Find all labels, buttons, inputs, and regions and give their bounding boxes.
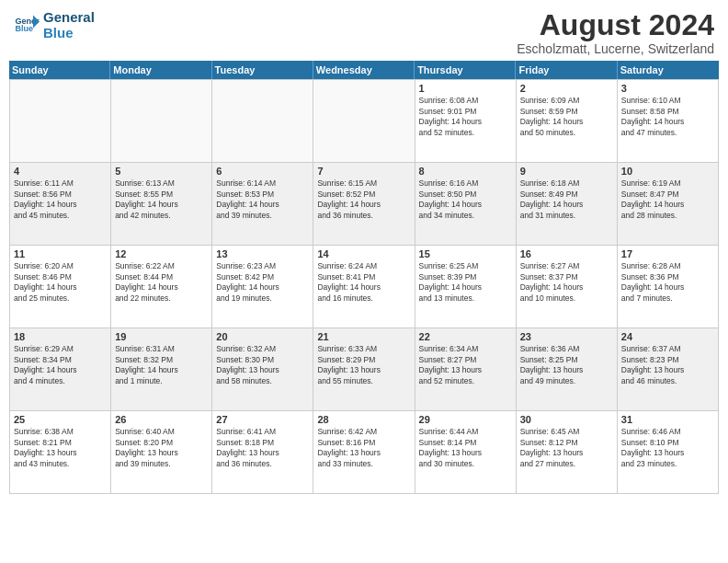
calendar-title: August 2024 — [517, 9, 714, 41]
day-number: 17 — [621, 248, 714, 259]
day-number: 30 — [520, 414, 613, 425]
header-tuesday: Tuesday — [212, 61, 313, 79]
day-info: Sunrise: 6:32 AMSunset: 8:30 PMDaylight:… — [216, 344, 309, 386]
calendar-row-2: 4Sunrise: 6:11 AMSunset: 8:56 PMDaylight… — [10, 163, 719, 246]
header-monday: Monday — [110, 61, 211, 79]
day-number: 4 — [14, 166, 107, 177]
calendar-body: 1Sunrise: 6:08 AMSunset: 9:01 PMDaylight… — [9, 79, 719, 494]
day-info: Sunrise: 6:33 AMSunset: 8:29 PMDaylight:… — [317, 344, 410, 386]
day-info: Sunrise: 6:42 AMSunset: 8:16 PMDaylight:… — [317, 427, 410, 469]
calendar-cell-week2-day3: 7Sunrise: 6:15 AMSunset: 8:52 PMDaylight… — [313, 163, 415, 246]
day-number: 2 — [520, 83, 613, 94]
day-info: Sunrise: 6:09 AMSunset: 8:59 PMDaylight:… — [520, 96, 613, 138]
calendar-cell-week4-day1: 19Sunrise: 6:31 AMSunset: 8:32 PMDayligh… — [111, 328, 212, 411]
page-header: General Blue General Blue August 2024 Es… — [0, 0, 728, 61]
calendar: Sunday Monday Tuesday Wednesday Thursday… — [0, 61, 728, 499]
calendar-cell-week3-day4: 15Sunrise: 6:25 AMSunset: 8:39 PMDayligh… — [415, 246, 517, 328]
day-info: Sunrise: 6:31 AMSunset: 8:32 PMDaylight:… — [115, 344, 208, 386]
calendar-cell-week4-day4: 22Sunrise: 6:34 AMSunset: 8:27 PMDayligh… — [415, 328, 517, 411]
day-number: 22 — [419, 331, 512, 342]
calendar-cell-week3-day3: 14Sunrise: 6:24 AMSunset: 8:41 PMDayligh… — [313, 246, 415, 328]
day-number: 6 — [216, 166, 309, 177]
calendar-cell-week5-day3: 28Sunrise: 6:42 AMSunset: 8:16 PMDayligh… — [313, 411, 415, 494]
calendar-cell-week1-day2 — [212, 80, 313, 163]
day-number: 8 — [419, 166, 512, 177]
calendar-cell-week3-day1: 12Sunrise: 6:22 AMSunset: 8:44 PMDayligh… — [111, 246, 212, 328]
calendar-cell-week4-day2: 20Sunrise: 6:32 AMSunset: 8:30 PMDayligh… — [212, 328, 313, 411]
day-info: Sunrise: 6:25 AMSunset: 8:39 PMDaylight:… — [419, 261, 512, 304]
calendar-subtitle: Escholzmatt, Lucerne, Switzerland — [517, 41, 714, 56]
day-info: Sunrise: 6:13 AMSunset: 8:55 PMDaylight:… — [115, 178, 208, 221]
day-info: Sunrise: 6:40 AMSunset: 8:20 PMDaylight:… — [115, 427, 208, 469]
day-number: 23 — [520, 331, 613, 342]
day-number: 3 — [621, 83, 714, 94]
day-info: Sunrise: 6:44 AMSunset: 8:14 PMDaylight:… — [419, 427, 512, 469]
day-number: 1 — [419, 83, 512, 94]
logo-line1: General — [43, 9, 95, 25]
day-number: 10 — [621, 166, 714, 177]
svg-text:Blue: Blue — [15, 24, 33, 33]
day-info: Sunrise: 6:46 AMSunset: 8:10 PMDaylight:… — [621, 427, 714, 469]
calendar-cell-week1-day1 — [111, 80, 212, 163]
day-number: 26 — [115, 414, 208, 425]
day-info: Sunrise: 6:19 AMSunset: 8:47 PMDaylight:… — [621, 178, 714, 221]
calendar-row-1: 1Sunrise: 6:08 AMSunset: 9:01 PMDaylight… — [10, 80, 719, 163]
calendar-cell-week2-day4: 8Sunrise: 6:16 AMSunset: 8:50 PMDaylight… — [415, 163, 517, 246]
calendar-cell-week4-day3: 21Sunrise: 6:33 AMSunset: 8:29 PMDayligh… — [313, 328, 415, 411]
calendar-cell-week2-day0: 4Sunrise: 6:11 AMSunset: 8:56 PMDaylight… — [10, 163, 111, 246]
calendar-row-5: 25Sunrise: 6:38 AMSunset: 8:21 PMDayligh… — [10, 411, 719, 494]
day-number: 24 — [621, 331, 714, 342]
day-number: 18 — [14, 331, 107, 342]
calendar-cell-week5-day2: 27Sunrise: 6:41 AMSunset: 8:18 PMDayligh… — [212, 411, 313, 494]
header-saturday: Saturday — [618, 61, 719, 79]
day-number: 31 — [621, 414, 714, 425]
day-number: 29 — [419, 414, 512, 425]
day-info: Sunrise: 6:28 AMSunset: 8:36 PMDaylight:… — [621, 261, 714, 304]
day-info: Sunrise: 6:38 AMSunset: 8:21 PMDaylight:… — [14, 427, 107, 469]
day-number: 15 — [419, 248, 512, 259]
day-number: 13 — [216, 248, 309, 259]
day-info: Sunrise: 6:22 AMSunset: 8:44 PMDaylight:… — [115, 261, 208, 304]
calendar-cell-week2-day1: 5Sunrise: 6:13 AMSunset: 8:55 PMDaylight… — [111, 163, 212, 246]
day-info: Sunrise: 6:27 AMSunset: 8:37 PMDaylight:… — [520, 261, 613, 304]
day-info: Sunrise: 6:45 AMSunset: 8:12 PMDaylight:… — [520, 427, 613, 469]
logo-icon: General Blue — [14, 12, 40, 38]
title-area: August 2024 Escholzmatt, Lucerne, Switze… — [517, 9, 714, 56]
day-info: Sunrise: 6:23 AMSunset: 8:42 PMDaylight:… — [216, 261, 309, 304]
day-number: 27 — [216, 414, 309, 425]
calendar-cell-week1-day3 — [313, 80, 415, 163]
day-number: 12 — [115, 248, 208, 259]
calendar-cell-week1-day6: 3Sunrise: 6:10 AMSunset: 8:58 PMDaylight… — [618, 80, 719, 163]
calendar-header: Sunday Monday Tuesday Wednesday Thursday… — [9, 61, 719, 79]
day-number: 14 — [317, 248, 410, 259]
day-info: Sunrise: 6:16 AMSunset: 8:50 PMDaylight:… — [419, 178, 512, 221]
day-info: Sunrise: 6:08 AMSunset: 9:01 PMDaylight:… — [419, 96, 512, 138]
day-info: Sunrise: 6:20 AMSunset: 8:46 PMDaylight:… — [14, 261, 107, 304]
calendar-cell-week5-day4: 29Sunrise: 6:44 AMSunset: 8:14 PMDayligh… — [415, 411, 517, 494]
day-number: 25 — [14, 414, 107, 425]
header-sunday: Sunday — [9, 61, 110, 79]
calendar-cell-week5-day0: 25Sunrise: 6:38 AMSunset: 8:21 PMDayligh… — [10, 411, 111, 494]
header-friday: Friday — [516, 61, 617, 79]
calendar-cell-week5-day6: 31Sunrise: 6:46 AMSunset: 8:10 PMDayligh… — [618, 411, 719, 494]
calendar-row-4: 18Sunrise: 6:29 AMSunset: 8:34 PMDayligh… — [10, 328, 719, 411]
calendar-cell-week3-day6: 17Sunrise: 6:28 AMSunset: 8:36 PMDayligh… — [618, 246, 719, 328]
day-number: 21 — [317, 331, 410, 342]
day-info: Sunrise: 6:10 AMSunset: 8:58 PMDaylight:… — [621, 96, 714, 138]
calendar-cell-week4-day5: 23Sunrise: 6:36 AMSunset: 8:25 PMDayligh… — [517, 328, 618, 411]
day-info: Sunrise: 6:34 AMSunset: 8:27 PMDaylight:… — [419, 344, 512, 386]
day-number: 7 — [317, 166, 410, 177]
calendar-cell-week4-day0: 18Sunrise: 6:29 AMSunset: 8:34 PMDayligh… — [10, 328, 111, 411]
day-number: 20 — [216, 331, 309, 342]
day-info: Sunrise: 6:37 AMSunset: 8:23 PMDaylight:… — [621, 344, 714, 386]
calendar-cell-week4-day6: 24Sunrise: 6:37 AMSunset: 8:23 PMDayligh… — [618, 328, 719, 411]
day-info: Sunrise: 6:41 AMSunset: 8:18 PMDaylight:… — [216, 427, 309, 469]
calendar-cell-week3-day2: 13Sunrise: 6:23 AMSunset: 8:42 PMDayligh… — [212, 246, 313, 328]
calendar-cell-week5-day5: 30Sunrise: 6:45 AMSunset: 8:12 PMDayligh… — [517, 411, 618, 494]
calendar-cell-week1-day0 — [10, 80, 111, 163]
calendar-cell-week1-day5: 2Sunrise: 6:09 AMSunset: 8:59 PMDaylight… — [517, 80, 618, 163]
day-info: Sunrise: 6:11 AMSunset: 8:56 PMDaylight:… — [14, 178, 107, 221]
day-number: 16 — [520, 248, 613, 259]
header-wednesday: Wednesday — [313, 61, 415, 79]
calendar-cell-week1-day4: 1Sunrise: 6:08 AMSunset: 9:01 PMDaylight… — [415, 80, 517, 163]
